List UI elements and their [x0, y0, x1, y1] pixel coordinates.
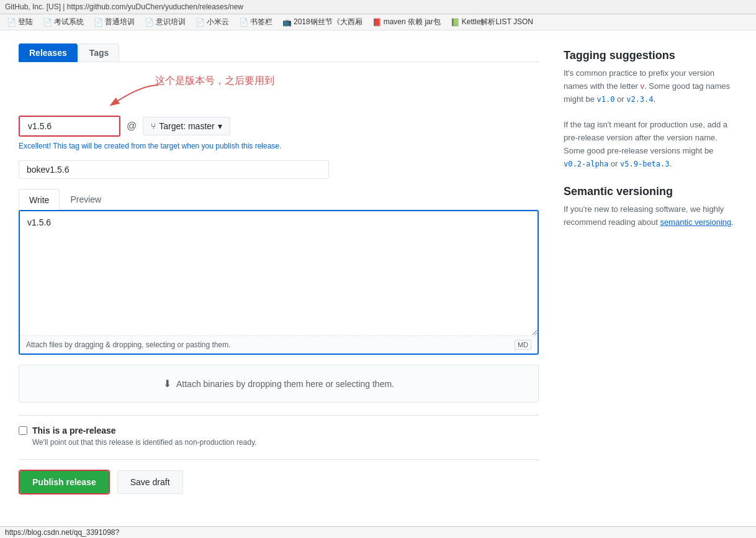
- bookmarks-bar: 📄 登陆 📄 考试系统 📄 普通培训 📄 意识培训 📄 小米云 📄 书签栏 📺 …: [0, 14, 756, 30]
- bookmark-icon: 📕: [372, 18, 382, 27]
- publish-release-button[interactable]: Publish release: [20, 471, 109, 493]
- prerelease-section: This is a pre-release We'll point out th…: [19, 415, 539, 447]
- semantic-versioning-link[interactable]: semantic versioning: [660, 217, 731, 227]
- bookmark-icon: 📄: [145, 18, 154, 27]
- tab-releases[interactable]: Releases: [19, 43, 78, 62]
- bookmark-icon: 📺: [282, 18, 292, 27]
- bookmark-festival[interactable]: 📺 2018钢丝节《大西厢: [281, 16, 364, 28]
- tagging-suggestions-body: It's common practice to prefix your vers…: [564, 67, 737, 170]
- save-draft-button[interactable]: Save draft: [117, 470, 183, 494]
- semantic-versioning-body: If you're new to releasing software, we …: [564, 203, 737, 229]
- top-tab-bar: Releases Tags: [19, 43, 539, 62]
- target-branch-button[interactable]: ⑂ Target: master ▾: [143, 117, 230, 135]
- target-label: Target: master: [159, 121, 214, 131]
- prerelease-checkbox[interactable]: [19, 426, 27, 435]
- tab-write[interactable]: Write: [19, 189, 60, 210]
- form-area: Releases Tags 这个是版本号，之后要用到 v1.5.6 @: [19, 43, 539, 495]
- editor-tabs: Write Preview: [19, 189, 539, 210]
- publish-button-wrapper: Publish release: [19, 470, 110, 495]
- editor-wrapper: v1.5.6 Attach files by dragging & droppi…: [19, 210, 539, 355]
- bookmark-icon: 📄: [239, 18, 248, 27]
- attach-hint: Attach files by dragging & dropping, sel…: [26, 340, 231, 349]
- tagging-suggestions-section: Tagging suggestions It's common practice…: [564, 49, 737, 170]
- annotation-text: 这个是版本号，之后要用到: [155, 75, 274, 88]
- tagging-suggestions-title: Tagging suggestions: [564, 49, 737, 62]
- bookmark-bookmarks[interactable]: 📄 书签栏: [237, 16, 274, 28]
- attach-binaries-text: Attach binaries by dropping them here or…: [176, 379, 394, 389]
- bookmark-training2[interactable]: 📄 意识培训: [143, 16, 187, 28]
- right-sidebar: Tagging suggestions It's common practice…: [564, 43, 737, 495]
- bookmark-cloud[interactable]: 📄 小米云: [194, 16, 231, 28]
- bookmark-training1[interactable]: 📄 普通培训: [92, 16, 137, 28]
- bookmark-kettle[interactable]: 📗 Kettle解析LIST JSON: [449, 16, 535, 28]
- tag-row: v1.5.6 @ ⑂ Target: master ▾: [19, 116, 539, 137]
- semantic-versioning-title: Semantic versioning: [564, 185, 737, 198]
- bookmark-maven[interactable]: 📕 maven 依赖 jar包: [371, 16, 443, 28]
- hint-text: Excellent! This tag will be created from…: [19, 142, 539, 150]
- tag-version-input[interactable]: v1.5.6: [20, 117, 119, 135]
- tab-tags[interactable]: Tags: [79, 43, 120, 62]
- bookmark-icon: 📄: [7, 18, 16, 27]
- annotation-arrow: [106, 82, 161, 107]
- at-symbol: @: [127, 121, 137, 132]
- bookmark-icon: 📄: [94, 18, 103, 27]
- tab-preview[interactable]: Preview: [60, 189, 112, 209]
- markdown-icon: MD: [515, 340, 531, 350]
- description-textarea[interactable]: v1.5.6: [20, 211, 538, 335]
- bookmark-icon: 📄: [196, 18, 205, 27]
- tag-input-wrapper: v1.5.6: [19, 116, 120, 137]
- download-arrow-icon: ⬇: [163, 378, 171, 390]
- page-content: Releases Tags 这个是版本号，之后要用到 v1.5.6 @: [0, 30, 756, 507]
- prerelease-hint: We'll point out that this release is ide…: [32, 438, 539, 447]
- browser-title: GitHub, Inc. [US] | https://github.com/y…: [5, 2, 243, 11]
- chevron-down-icon: ▾: [218, 121, 222, 131]
- semantic-versioning-section: Semantic versioning If you're new to rel…: [564, 185, 737, 229]
- action-row: Publish release Save draft: [19, 459, 539, 495]
- release-name-input[interactable]: [19, 160, 329, 179]
- bookmark-icon: 📗: [451, 18, 460, 27]
- branch-icon: ⑂: [151, 121, 156, 131]
- attach-binaries-area[interactable]: ⬇ Attach binaries by dropping them here …: [19, 365, 539, 403]
- bookmark-icon: 📄: [43, 18, 52, 27]
- bookmark-exam[interactable]: 📄 考试系统: [41, 16, 86, 28]
- prerelease-row: This is a pre-release: [19, 426, 539, 435]
- editor-footer: Attach files by dragging & dropping, sel…: [20, 335, 538, 353]
- prerelease-label[interactable]: This is a pre-release: [32, 426, 116, 435]
- bookmark-login[interactable]: 📄 登陆: [5, 16, 35, 28]
- browser-bar: GitHub, Inc. [US] | https://github.com/y…: [0, 0, 756, 14]
